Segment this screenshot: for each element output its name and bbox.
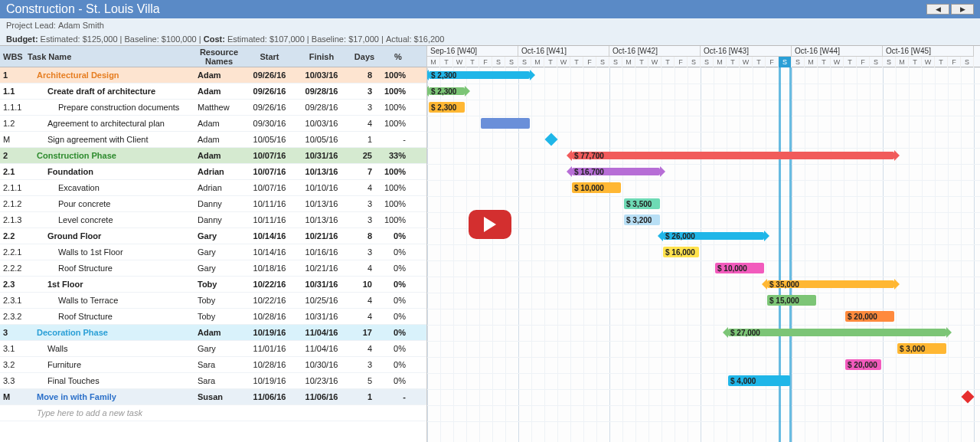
cell-pct[interactable]: 0% xyxy=(381,359,415,370)
cell-resource[interactable]: Toby xyxy=(194,295,243,306)
cell-task[interactable]: Move in with Family xyxy=(24,391,194,402)
day-header[interactable]: S xyxy=(492,57,505,67)
cell-resource[interactable]: Sara xyxy=(194,375,243,386)
cell-start[interactable]: 11/06/16 xyxy=(243,391,296,402)
day-header[interactable]: M xyxy=(805,57,818,67)
week-header[interactable]: Oct-16 [W42] xyxy=(609,46,701,57)
table-row[interactable]: 2.3.2Roof StructureToby10/28/1610/31/164… xyxy=(0,309,426,325)
cell-finish[interactable]: 10/16/16 xyxy=(296,247,348,257)
gantt-bar[interactable]: $ 20,000 xyxy=(845,359,881,370)
cell-resource[interactable]: Toby xyxy=(194,279,243,290)
cell-task[interactable]: Create draft of architecture xyxy=(24,86,194,97)
day-header[interactable]: F xyxy=(583,57,596,67)
cell-start[interactable]: 10/18/16 xyxy=(243,263,296,273)
cell-task[interactable]: Walls xyxy=(24,343,194,354)
cell-start[interactable]: 10/19/16 xyxy=(243,327,296,338)
day-header[interactable]: F xyxy=(766,57,779,67)
cell-pct[interactable]: 100% xyxy=(381,198,415,209)
cell-pct[interactable]: 100% xyxy=(381,102,415,113)
table-row[interactable]: 2.2.2Roof StructureGary10/18/1610/21/164… xyxy=(0,260,426,277)
week-header[interactable]: Sep-16 [W40] xyxy=(427,46,518,57)
gantt-chart[interactable]: Sep-16 [W40]Oct-16 [W41]Oct-16 [W42]Oct-… xyxy=(427,46,980,442)
col-task[interactable]: Task Name xyxy=(24,51,194,63)
day-header[interactable]: T xyxy=(570,57,583,67)
day-header[interactable]: W xyxy=(831,57,844,67)
cell-start[interactable]: 11/01/16 xyxy=(243,343,296,354)
table-row[interactable]: 2.2.1Walls to 1st FloorGary10/14/1610/16… xyxy=(0,244,426,260)
play-video-button[interactable] xyxy=(469,210,511,239)
gantt-bar[interactable]: $ 3,000 xyxy=(897,343,946,354)
cell-days[interactable]: 25 xyxy=(348,150,381,161)
cell-days[interactable]: 17 xyxy=(348,327,381,338)
cell-start[interactable]: 09/26/16 xyxy=(243,70,296,80)
cell-pct[interactable]: 0% xyxy=(381,295,415,306)
cell-resource[interactable]: Toby xyxy=(194,311,243,322)
cell-days[interactable]: 3 xyxy=(348,198,381,209)
cell-days[interactable]: 1 xyxy=(348,134,381,145)
day-header[interactable]: T xyxy=(818,57,831,67)
day-header[interactable]: W xyxy=(922,57,935,67)
cell-finish[interactable]: 10/21/16 xyxy=(296,263,348,273)
cell-start[interactable]: 10/14/16 xyxy=(243,231,296,241)
gantt-bar[interactable]: $ 3,500 xyxy=(624,198,660,209)
gantt-bar[interactable]: $ 3,200 xyxy=(624,214,660,225)
week-header[interactable]: Oct-16 [W41] xyxy=(518,46,609,57)
day-header[interactable]: T xyxy=(440,57,453,67)
gantt-bar[interactable] xyxy=(481,118,530,129)
cell-pct[interactable]: 100% xyxy=(381,166,415,177)
cell-resource[interactable]: Adam xyxy=(194,86,243,97)
day-header[interactable]: W xyxy=(740,57,753,67)
cell-resource[interactable]: Adam xyxy=(194,327,243,338)
cell-task[interactable]: Roof Structure xyxy=(24,311,194,322)
gantt-bar[interactable]: $ 10,000 xyxy=(715,263,764,273)
day-header[interactable]: S xyxy=(505,57,518,67)
day-header[interactable]: T xyxy=(935,57,948,67)
day-header[interactable]: M xyxy=(714,57,727,67)
table-row[interactable]: MSign agreement with ClientAdam10/05/161… xyxy=(0,132,426,148)
gantt-bar[interactable]: $ 2,300 xyxy=(429,71,530,79)
cell-days[interactable]: 3 xyxy=(348,359,381,370)
cell-resource[interactable]: Matthew xyxy=(194,102,243,113)
cell-days[interactable]: 7 xyxy=(348,166,381,177)
cell-start[interactable]: 10/07/16 xyxy=(243,182,296,193)
col-resource[interactable]: Resource Names xyxy=(194,46,243,67)
day-header[interactable]: W xyxy=(557,57,570,67)
gantt-bar[interactable]: $ 2,300 xyxy=(429,102,465,113)
cell-finish[interactable]: 10/03/16 xyxy=(296,118,348,129)
col-finish[interactable]: Finish xyxy=(296,51,348,63)
day-header[interactable]: W xyxy=(648,57,662,67)
day-header[interactable]: S xyxy=(779,57,792,67)
gantt-bar[interactable]: $ 20,000 xyxy=(845,311,894,322)
day-header[interactable]: T xyxy=(909,57,922,67)
day-header[interactable]: S xyxy=(870,57,883,67)
day-header[interactable]: S xyxy=(961,57,974,67)
gantt-bar[interactable]: $ 16,700 xyxy=(572,168,660,175)
gantt-bar[interactable]: $ 35,000 xyxy=(767,280,894,288)
cell-finish[interactable]: 11/06/16 xyxy=(296,391,348,402)
day-header[interactable]: M xyxy=(427,57,440,67)
cell-task[interactable]: Decoration Phase xyxy=(24,327,194,338)
cell-days[interactable]: 3 xyxy=(348,86,381,97)
cell-start[interactable]: 09/30/16 xyxy=(243,118,296,129)
cell-resource[interactable]: Adam xyxy=(194,134,243,145)
day-header[interactable]: S xyxy=(518,57,531,67)
cell-start[interactable]: 10/07/16 xyxy=(243,166,296,177)
table-row[interactable]: 1.1Create draft of architectureAdam09/26… xyxy=(0,83,426,100)
cell-resource[interactable]: Gary xyxy=(194,247,243,257)
cell-task[interactable]: Foundation xyxy=(24,166,194,177)
cell-start[interactable]: 10/22/16 xyxy=(243,279,296,290)
week-header[interactable]: Oct-16 [W44] xyxy=(792,46,883,57)
week-header[interactable]: Oct-16 [W43] xyxy=(701,46,792,57)
table-row[interactable]: 3.1WallsGary11/01/1611/04/1640% xyxy=(0,341,426,357)
cell-days[interactable]: 8 xyxy=(348,231,381,241)
cell-task[interactable]: Ground Floor xyxy=(24,231,194,241)
cell-pct[interactable]: - xyxy=(381,391,415,402)
cell-pct[interactable]: 0% xyxy=(381,247,415,257)
cell-resource[interactable]: Sara xyxy=(194,359,243,370)
cell-start[interactable]: 10/19/16 xyxy=(243,375,296,386)
cell-resource[interactable]: Danny xyxy=(194,198,243,209)
cell-finish[interactable]: 10/31/16 xyxy=(296,150,348,161)
day-header[interactable]: S xyxy=(883,57,896,67)
cell-pct[interactable]: 0% xyxy=(381,375,415,386)
cell-resource[interactable]: Gary xyxy=(194,343,243,354)
